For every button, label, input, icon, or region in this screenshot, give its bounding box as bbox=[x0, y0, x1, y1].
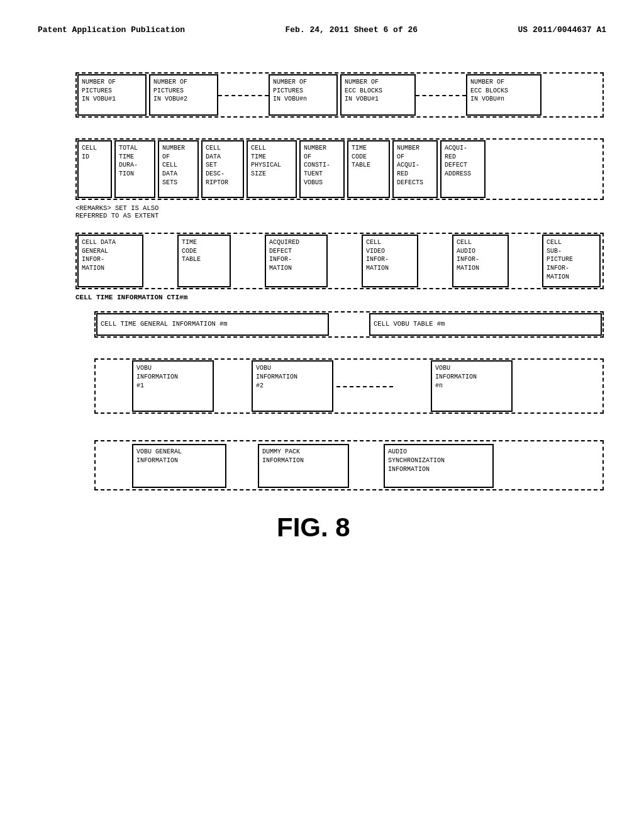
box-cell-time-phys: CELLTIMEPHYSICALSIZE bbox=[247, 140, 297, 198]
row1-dash2 bbox=[416, 95, 466, 96]
box-cell-id: CELLID bbox=[77, 140, 112, 198]
box-audio-sync-info: AUDIOSYNCHRONIZATIONINFORMATION bbox=[384, 444, 494, 488]
box-cell-time-gen-info-text: CELL TIME GENERAL INFORMATION #m bbox=[101, 320, 228, 329]
box-time-code-table-r2-text: TIMECODETABLE bbox=[352, 145, 370, 169]
box-num-pic-vobun: NUMBER OFPICTURESIN VOBU#n bbox=[269, 74, 338, 116]
box-num-const-vobus-text: NUMBEROFCONSTI-TUENTVOBUS bbox=[304, 145, 330, 186]
header-left: Patent Application Publication bbox=[38, 25, 185, 35]
box-cell-data-set-desc-text: CELLDATASETDESC-RIPTOR bbox=[206, 145, 228, 186]
box-vobu-info-n-text: VOBUINFORMATION#n bbox=[435, 365, 477, 389]
header-right: US 2011/0044637 A1 bbox=[518, 25, 606, 35]
box-total-time: TOTALTIMEDURA-TION bbox=[114, 140, 155, 198]
box-acq-defect-info: ACQUIREDDEFECTINFOR-MATION bbox=[265, 235, 328, 287]
box-num-pic-vobu1-text: NUMBER OFPICTURESIN VOBU#1 bbox=[82, 79, 116, 102]
box-num-acq-red-def-text: NUMBEROFACQUI-REDDEFECTS bbox=[397, 145, 423, 186]
header-center: Feb. 24, 2011 Sheet 6 of 26 bbox=[285, 25, 418, 35]
box-cell-data-set-desc: CELLDATASETDESC-RIPTOR bbox=[201, 140, 244, 198]
box-dummy-pack-info: DUMMY PACKINFORMATION bbox=[258, 444, 349, 488]
row1-dash1 bbox=[218, 95, 269, 96]
box-vobu-info-2: VOBUINFORMATION#2 bbox=[252, 360, 333, 412]
remark-text: <REMARKS> SET IS ALSOREFERRED TO AS EXTE… bbox=[75, 204, 158, 219]
box-acq-defect-info-text: ACQUIREDDEFECTINFOR-MATION bbox=[269, 239, 299, 272]
cell-time-info-label: CELL TIME INFORMATION CTI#m bbox=[75, 294, 187, 301]
box-cell-vobu-table: CELL VOBU TABLE #m bbox=[369, 313, 602, 336]
figure-label: FIG. 8 bbox=[277, 512, 350, 543]
box-time-code-table-r3: TIMECODETABLE bbox=[177, 235, 231, 287]
box-cell-id-text: CELLID bbox=[82, 145, 97, 160]
box-num-cell-data-sets-text: NUMBEROFCELLDATASETS bbox=[162, 145, 185, 186]
box-audio-sync-info-text: AUDIOSYNCHRONIZATIONINFORMATION bbox=[388, 448, 445, 473]
main-diagram: NUMBER OFPICTURESIN VOBU#1 NUMBER OFPICT… bbox=[75, 72, 629, 795]
box-num-pic-vobu1: NUMBER OFPICTURESIN VOBU#1 bbox=[77, 74, 147, 116]
box-vobu-gen-info: VOBU GENERALINFORMATION bbox=[132, 444, 226, 488]
box-cell-data-gen-info-text: CELL DATAGENERALINFOR-MATION bbox=[82, 239, 116, 272]
box-vobu-info-1-text: VOBUINFORMATION#1 bbox=[136, 365, 178, 389]
box-num-pic-vobu2: NUMBER OFPICTURESIN VOBU#2 bbox=[149, 74, 218, 116]
box-num-ecc-vobun: NUMBER OFECC BLOCKSIN VOBU#n bbox=[466, 74, 541, 116]
box-vobu-info-2-text: VOBUINFORMATION#2 bbox=[256, 365, 297, 389]
box-cell-video-info-text: CELLVIDEOINFOR-MATION bbox=[366, 239, 389, 272]
box-vobu-info-1: VOBUINFORMATION#1 bbox=[132, 360, 214, 412]
page-header: Patent Application Publication Feb. 24, … bbox=[38, 25, 606, 35]
box-cell-data-gen-info: CELL DATAGENERALINFOR-MATION bbox=[77, 235, 143, 287]
box-cell-video-info: CELLVIDEOINFOR-MATION bbox=[362, 235, 418, 287]
box-num-ecc-vobu1-text: NUMBER OFECC BLOCKSIN VOBU#1 bbox=[345, 79, 382, 102]
box-num-pic-vobun-text: NUMBER OFPICTURESIN VOBU#n bbox=[273, 79, 307, 102]
box-acq-red-def-addr-text: ACQUI-REDDEFECTADDRESS bbox=[445, 145, 471, 177]
box-acq-red-def-addr: ACQUI-REDDEFECTADDRESS bbox=[440, 140, 486, 198]
box-num-acq-red-def: NUMBEROFACQUI-REDDEFECTS bbox=[392, 140, 438, 198]
box-num-cell-data-sets: NUMBEROFCELLDATASETS bbox=[158, 140, 199, 198]
box-vobu-gen-info-text: VOBU GENERALINFORMATION bbox=[136, 448, 182, 464]
box-total-time-text: TOTALTIMEDURA-TION bbox=[119, 145, 138, 177]
box-time-code-table-r3-text: TIMECODETABLE bbox=[182, 239, 201, 263]
box-dummy-pack-info-text: DUMMY PACKINFORMATION bbox=[262, 448, 304, 464]
box-cell-time-gen-info: CELL TIME GENERAL INFORMATION #m bbox=[96, 313, 329, 336]
row3-outer-dashed bbox=[75, 233, 604, 289]
box-cell-vobu-table-text: CELL VOBU TABLE #m bbox=[374, 320, 445, 329]
box-num-pic-vobu2-text: NUMBER OFPICTURESIN VOBU#2 bbox=[153, 79, 187, 102]
box-cell-subpic-info: CELLSUB-PICTUREINFOR-MATION bbox=[542, 235, 601, 287]
box-cell-time-phys-text: CELLTIMEPHYSICALSIZE bbox=[251, 145, 281, 177]
box-cell-subpic-info-text: CELLSUB-PICTUREINFOR-MATION bbox=[547, 239, 573, 280]
box-num-ecc-vobu1: NUMBER OFECC BLOCKSIN VOBU#1 bbox=[340, 74, 416, 116]
row5-dash bbox=[336, 386, 393, 387]
box-time-code-table-r2: TIMECODETABLE bbox=[347, 140, 390, 198]
box-cell-audio-info-text: CELLAUDIOINFOR-MATION bbox=[457, 239, 479, 272]
box-num-ecc-vobun-text: NUMBER OFECC BLOCKSIN VOBU#n bbox=[470, 79, 508, 102]
box-cell-audio-info: CELLAUDIOINFOR-MATION bbox=[452, 235, 509, 287]
box-vobu-info-n: VOBUINFORMATION#n bbox=[431, 360, 513, 412]
box-num-const-vobus: NUMBEROFCONSTI-TUENTVOBUS bbox=[299, 140, 345, 198]
